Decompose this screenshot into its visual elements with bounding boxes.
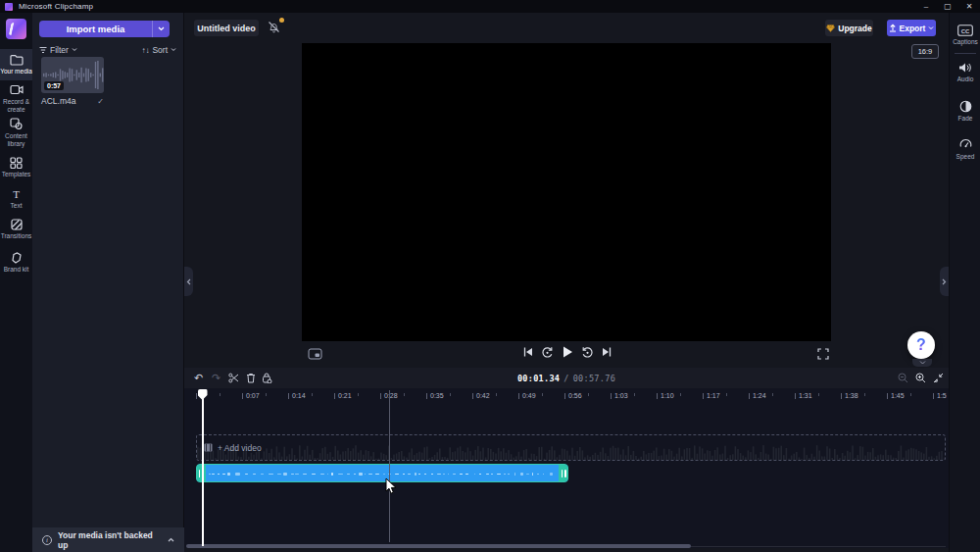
sort-dropdown[interactable]: ↑↓ Sort bbox=[141, 45, 176, 55]
content-library-icon bbox=[9, 118, 24, 130]
ruler-minor-tick bbox=[312, 393, 313, 396]
zoom-fit-button[interactable] bbox=[930, 368, 947, 388]
diamond-icon bbox=[826, 25, 835, 32]
ruler-minor-tick bbox=[588, 393, 589, 396]
transitions-icon bbox=[9, 218, 24, 230]
media-item-card[interactable]: 0:57 ACL.m4a ✓ bbox=[41, 57, 104, 106]
chevron-down-icon bbox=[158, 26, 165, 31]
sidebar-item-transitions[interactable]: Transitions bbox=[0, 215, 32, 244]
app-title: Microsoft Clipchamp bbox=[19, 2, 93, 11]
import-media-dropdown[interactable] bbox=[153, 21, 170, 37]
play-button[interactable] bbox=[561, 345, 574, 359]
sort-label: Sort bbox=[152, 45, 168, 55]
ruler-tick bbox=[380, 393, 381, 399]
right-sidebar: CC Captions Audio Fade Speed bbox=[949, 13, 980, 552]
pip-toggle-button[interactable] bbox=[306, 346, 323, 362]
backup-notice-text: Your media isn't backed up bbox=[58, 530, 162, 550]
ruler-label: 0:49 bbox=[522, 392, 536, 399]
filter-sort-row: Filter ↑↓ Sort bbox=[39, 42, 176, 58]
collapse-right-panel-handle[interactable] bbox=[940, 267, 949, 296]
filter-dropdown[interactable]: Filter bbox=[39, 45, 77, 55]
ruler-tick bbox=[288, 393, 289, 399]
ruler-minor-tick bbox=[358, 393, 359, 396]
rewind-button[interactable] bbox=[541, 346, 554, 359]
ruler-minor-tick bbox=[680, 393, 681, 396]
sidebar-item-text[interactable]: T Text bbox=[0, 185, 32, 213]
maximize-button[interactable]: ▢ bbox=[937, 0, 958, 13]
import-media-button[interactable]: Import media bbox=[39, 21, 170, 37]
svg-text:CC: CC bbox=[961, 28, 970, 34]
notifications-button[interactable] bbox=[267, 20, 284, 36]
ruler-minor-tick bbox=[542, 393, 543, 396]
sidebar-item-templates[interactable]: Templates bbox=[0, 153, 32, 182]
aspect-ratio-badge[interactable]: 16:9 bbox=[911, 44, 939, 59]
sidebar-item-brand-kit[interactable]: Brand kit bbox=[0, 248, 32, 277]
zoom-in-icon bbox=[915, 373, 926, 383]
timeline-scrollbar-track[interactable] bbox=[691, 546, 946, 547]
divider bbox=[955, 53, 976, 54]
fade-icon bbox=[959, 100, 972, 113]
panel-item-captions[interactable]: CC Captions bbox=[950, 19, 980, 51]
project-title-field[interactable]: Untitled video bbox=[194, 20, 259, 36]
ruler-minor-tick bbox=[726, 393, 727, 396]
ruler-tick bbox=[472, 393, 473, 399]
timeline-ruler[interactable]: 00:070:140:210:280:350:420:490:561:031:1… bbox=[196, 390, 947, 404]
ruler-label: 0:28 bbox=[384, 392, 398, 399]
video-preview[interactable] bbox=[302, 43, 831, 341]
timeline-toolbar: ↶ ↷ 00:01.34 / 00:57.76 bbox=[184, 368, 949, 388]
time-divider: / bbox=[564, 374, 568, 383]
sidebar-item-your-media[interactable]: Your media bbox=[0, 49, 32, 80]
ruler-tick bbox=[933, 393, 934, 399]
ruler-label: 1:52 bbox=[937, 392, 947, 399]
panel-item-audio[interactable]: Audio bbox=[950, 56, 980, 88]
captions-icon: CC bbox=[957, 25, 973, 36]
chevron-down-icon bbox=[72, 48, 77, 52]
add-video-track[interactable]: + Add video bbox=[196, 434, 946, 461]
fast-forward-button[interactable] bbox=[581, 346, 594, 359]
minimize-button[interactable]: – bbox=[915, 0, 937, 13]
sidebar-item-record-create[interactable]: Record & create bbox=[0, 82, 32, 115]
ruler-label: 0:56 bbox=[568, 392, 582, 399]
audio-icon bbox=[958, 62, 972, 74]
upgrade-button[interactable]: Upgrade bbox=[825, 20, 873, 36]
zoom-in-button[interactable] bbox=[912, 368, 929, 388]
timeline-scrollbar-thumb[interactable] bbox=[186, 544, 691, 548]
close-button[interactable]: ✕ bbox=[958, 0, 980, 13]
help-collapse-tab[interactable] bbox=[912, 359, 932, 367]
ruler-minor-tick bbox=[634, 393, 635, 396]
pip-icon bbox=[308, 348, 322, 360]
export-icon bbox=[889, 24, 897, 32]
sidebar-item-content-library[interactable]: Content library bbox=[0, 117, 32, 149]
notification-dot bbox=[279, 18, 284, 23]
backup-notice-bar[interactable]: i Your media isn't backed up bbox=[32, 527, 184, 552]
ruler-tick bbox=[426, 393, 427, 399]
panel-item-fade[interactable]: Fade bbox=[950, 94, 980, 127]
import-media-label: Import media bbox=[39, 21, 153, 37]
filter-label: Filter bbox=[50, 45, 69, 55]
ruler-tick bbox=[887, 393, 888, 399]
skip-to-start-button[interactable] bbox=[522, 346, 534, 358]
ruler-label: 1:38 bbox=[845, 392, 858, 399]
left-sidebar: Your media Record & create Content libra… bbox=[0, 13, 32, 552]
media-thumbnail: 0:57 bbox=[41, 57, 104, 93]
panel-item-speed[interactable]: Speed bbox=[950, 132, 980, 166]
folder-icon bbox=[9, 53, 24, 66]
ruler-label: 1:31 bbox=[799, 392, 812, 399]
clip-waveform bbox=[209, 473, 556, 476]
export-button[interactable]: Export bbox=[887, 20, 936, 36]
audio-clip[interactable] bbox=[196, 464, 568, 482]
ruler-tick bbox=[611, 393, 612, 399]
app-logo-icon bbox=[5, 3, 13, 11]
zoom-out-button[interactable] bbox=[895, 368, 911, 388]
skip-to-end-button[interactable] bbox=[601, 346, 612, 358]
collapse-left-panel-handle[interactable] bbox=[184, 267, 193, 296]
transport-controls bbox=[522, 345, 612, 359]
clipchamp-logo[interactable] bbox=[6, 19, 26, 39]
total-time: 00:57.76 bbox=[573, 374, 615, 383]
clip-trim-handle-right[interactable] bbox=[559, 464, 568, 482]
ruler-minor-tick bbox=[266, 393, 267, 396]
help-button[interactable]: ? bbox=[907, 331, 935, 359]
fullscreen-button[interactable] bbox=[815, 347, 831, 361]
check-icon: ✓ bbox=[97, 97, 104, 106]
clip-trim-handle-left[interactable] bbox=[196, 464, 206, 482]
